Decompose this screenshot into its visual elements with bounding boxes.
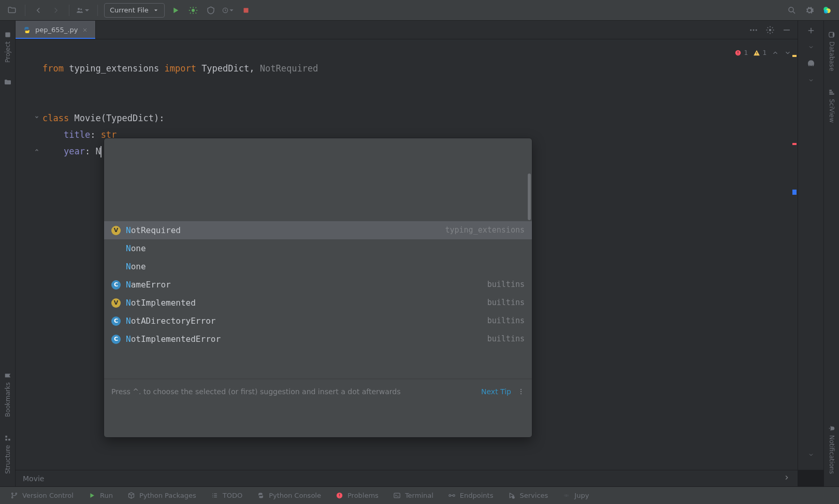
close-tab-icon[interactable] bbox=[82, 27, 88, 33]
class-icon: C bbox=[111, 280, 121, 290]
project-icon bbox=[4, 31, 11, 38]
svg-point-2 bbox=[192, 9, 195, 12]
breadcrumb-bar[interactable]: Movie bbox=[16, 470, 798, 486]
folder-icon[interactable] bbox=[4, 78, 12, 88]
profile-button[interactable] bbox=[222, 4, 235, 17]
completion-item-name: NameError bbox=[126, 277, 171, 292]
todo-icon bbox=[211, 492, 219, 499]
debug-button[interactable] bbox=[186, 4, 200, 17]
tool-structure[interactable]: Structure bbox=[4, 433, 11, 476]
kw-class: class bbox=[42, 113, 69, 123]
prev-highlight-icon[interactable] bbox=[772, 49, 779, 56]
svg-point-25 bbox=[12, 493, 13, 495]
status-todo[interactable]: TODO bbox=[205, 487, 249, 504]
completion-item[interactable]: None bbox=[104, 239, 532, 257]
toolbar-separator bbox=[25, 5, 25, 16]
base-class: TypedDict bbox=[106, 113, 154, 123]
import-name1: TypedDict bbox=[201, 63, 249, 74]
jupyter-icon bbox=[562, 492, 570, 499]
text-cursor bbox=[100, 146, 102, 157]
nav-back-button[interactable] bbox=[32, 4, 45, 17]
stop-button[interactable] bbox=[239, 4, 253, 17]
bookmark-icon bbox=[4, 372, 11, 379]
nav-forward-button[interactable] bbox=[49, 4, 63, 17]
add-datasource-button[interactable] bbox=[806, 26, 816, 37]
chevron-down-icon[interactable] bbox=[808, 452, 814, 459]
python-icon bbox=[257, 492, 265, 499]
completion-item[interactable]: VNotRequiredtyping_extensions bbox=[104, 221, 532, 239]
breadcrumb-item[interactable]: Movie bbox=[23, 474, 44, 483]
status-services[interactable]: Services bbox=[501, 487, 554, 504]
tab-more-button[interactable] bbox=[747, 23, 760, 37]
completion-item[interactable]: CNotADirectoryErrorbuiltins bbox=[104, 312, 532, 330]
tab-settings-button[interactable] bbox=[763, 23, 777, 37]
next-tip-link[interactable]: Next Tip bbox=[481, 383, 511, 400]
svg-point-22 bbox=[520, 389, 522, 390]
run-config-select[interactable]: Current File bbox=[104, 3, 165, 18]
tool-notifications-label: Notifications bbox=[828, 435, 835, 474]
status-jupyter[interactable]: Jupy bbox=[556, 487, 595, 504]
run-button[interactable] bbox=[169, 4, 182, 17]
field-title: title bbox=[64, 129, 90, 140]
completion-more-icon[interactable] bbox=[517, 388, 525, 395]
error-count[interactable]: 1 bbox=[734, 45, 748, 61]
bell-icon bbox=[828, 425, 835, 432]
completion-item[interactable]: None bbox=[104, 257, 532, 276]
warning-marker[interactable] bbox=[792, 55, 797, 57]
editor-tab[interactable]: pep_655_.py bbox=[16, 21, 96, 39]
tool-bookmarks[interactable]: Bookmarks bbox=[4, 370, 11, 419]
coverage-button[interactable] bbox=[204, 4, 218, 17]
error-marker[interactable] bbox=[792, 143, 797, 145]
ide-logo-icon[interactable] bbox=[820, 4, 834, 17]
svg-point-20 bbox=[769, 28, 772, 31]
right-tool-stripe: Database SciView Notifications bbox=[823, 21, 839, 486]
status-vcs[interactable]: Version Control bbox=[4, 487, 80, 504]
kw-import: import bbox=[164, 63, 196, 74]
error-stripe[interactable] bbox=[791, 39, 798, 470]
chevron-right-icon[interactable] bbox=[783, 474, 790, 483]
svg-point-13 bbox=[832, 32, 834, 37]
svg-point-19 bbox=[756, 29, 757, 31]
hide-tab-button[interactable] bbox=[780, 23, 793, 37]
warning-count[interactable]: 1 bbox=[753, 45, 766, 61]
tool-sciview[interactable]: SciView bbox=[828, 87, 835, 125]
completion-item[interactable]: CNameErrorbuiltins bbox=[104, 276, 532, 294]
status-terminal[interactable]: Terminal bbox=[387, 487, 440, 504]
chevron-down-icon[interactable] bbox=[808, 44, 814, 52]
services-icon bbox=[508, 492, 515, 499]
chevron-down-icon[interactable] bbox=[808, 77, 814, 85]
tool-notifications[interactable]: Notifications bbox=[828, 423, 835, 476]
tool-project[interactable]: Project bbox=[4, 29, 11, 65]
completion-item[interactable]: VNotImplementedbuiltins bbox=[104, 294, 532, 312]
class-name: Movie bbox=[74, 113, 100, 123]
search-everywhere-button[interactable] bbox=[785, 4, 799, 17]
next-highlight-icon[interactable] bbox=[784, 49, 791, 56]
database-icon bbox=[828, 31, 835, 38]
completion-item-module: builtins bbox=[487, 277, 525, 292]
status-run[interactable]: Run bbox=[82, 487, 119, 504]
inspection-widget[interactable]: 1 1 bbox=[734, 45, 791, 61]
completion-item-name: NotImplemented bbox=[126, 295, 196, 310]
run-icon bbox=[88, 492, 96, 499]
sciview-icon bbox=[828, 89, 835, 96]
popup-scrollbar[interactable] bbox=[528, 174, 531, 220]
gutter bbox=[16, 39, 42, 470]
tool-database[interactable]: Database bbox=[828, 29, 835, 73]
code-with-me-button[interactable] bbox=[76, 4, 91, 17]
fold-end-icon[interactable] bbox=[16, 126, 39, 176]
open-folder-button[interactable] bbox=[5, 4, 19, 17]
completion-item[interactable]: CNotImplementedErrorbuiltins bbox=[104, 330, 532, 345]
left-tool-stripe: Project Bookmarks Structure bbox=[0, 21, 16, 486]
status-python-packages[interactable]: Python Packages bbox=[121, 487, 202, 504]
status-python-console[interactable]: Python Console bbox=[251, 487, 327, 504]
completion-item-module: builtins bbox=[487, 313, 525, 328]
run-config-label: Current File bbox=[110, 6, 149, 14]
status-problems[interactable]: Problems bbox=[329, 487, 385, 504]
completion-list[interactable]: VNotRequiredtyping_extensionsNoneNoneCNa… bbox=[104, 171, 532, 345]
status-endpoints[interactable]: Endpoints bbox=[442, 487, 500, 504]
settings-button[interactable] bbox=[803, 4, 816, 17]
svg-point-8 bbox=[824, 9, 828, 13]
code-editor[interactable]: from typing_extensions import TypedDict,… bbox=[16, 39, 798, 470]
svg-point-5 bbox=[789, 7, 793, 12]
postgres-icon[interactable] bbox=[806, 59, 816, 70]
